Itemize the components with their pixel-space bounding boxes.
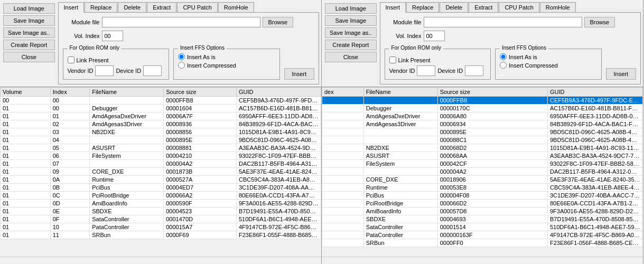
- left-browse-button[interactable]: Browse: [263, 17, 294, 27]
- table-row[interactable]: 01 04 0000895E 9BD5C81D-096C-4625-A08B-4…: [1, 136, 321, 144]
- table-row[interactable]: AmdAgesaDxeDriver 00006A80 6950AFFF-6EE3…: [322, 112, 643, 120]
- left-save-image-as-button[interactable]: Save Image as..: [3, 27, 55, 38]
- right-insert-button[interactable]: Insert: [606, 68, 637, 80]
- table-row[interactable]: 000004A2 DAC2B117-B5FB-4964-A312-0DCC770…: [322, 168, 643, 176]
- cell-filename: AmdAgesas3Driver: [363, 120, 437, 128]
- table-row[interactable]: 01 11 SRBun 0000F69 F23E86F1-055F-4888-B…: [1, 231, 321, 239]
- right-insert-compressed-radio[interactable]: [500, 62, 507, 69]
- right-table-container[interactable]: dex FileName Source size GUID 0000FFB8 C…: [322, 87, 643, 257]
- table-row[interactable]: 01 0F SataController 0001470D 510DF6A1-B…: [1, 215, 321, 223]
- table-row[interactable]: 01 10 PataController 000015A7 4F9147CB-9…: [1, 223, 321, 231]
- right-scrollbar[interactable]: [322, 257, 643, 264]
- left-tab-replace[interactable]: Replace: [85, 2, 117, 12]
- left-create-report-button[interactable]: Create Report: [3, 40, 55, 50]
- cell-index: 09: [50, 168, 89, 176]
- cell-filename: CORE_DXE: [363, 176, 437, 184]
- right-tab-delete[interactable]: Delete: [440, 2, 468, 12]
- left-link-present-checkbox[interactable]: [68, 56, 74, 63]
- right-device-input[interactable]: [465, 65, 483, 76]
- table-row[interactable]: SRBun 0000FF0 F23E86F1-056F-4888-B685-CE…: [322, 239, 643, 247]
- table-row[interactable]: 000088C1 9BD5C81D-096C-4625-A08B-405F78F…: [322, 136, 643, 144]
- table-row[interactable]: 01 02 AmdAgesas3Driver 00008936 84B38929…: [1, 120, 321, 128]
- table-row[interactable]: PataController 000000163F 4F9147CB-972E-…: [322, 231, 643, 239]
- table-row[interactable]: 01 03 NB2DXE 00008856 1015D81A-E9B1-4A91…: [1, 128, 321, 136]
- table-row[interactable]: 0000895E 9BD5C81D-096C-4625-A08B-405F78F…: [322, 128, 643, 136]
- right-link-present-checkbox[interactable]: [389, 56, 396, 63]
- table-row[interactable]: AmiBoardInfo 000057D8 9F3A0016-AE55-4288…: [322, 208, 643, 215]
- right-insert-as-is-radio[interactable]: [500, 53, 507, 60]
- table-row[interactable]: 01 07 000004A2 DAC2B117-B5FB-4964-A312-0…: [1, 160, 321, 168]
- right-vendor-input[interactable]: [417, 65, 435, 76]
- left-insert-as-is-radio[interactable]: [178, 53, 185, 60]
- table-row[interactable]: AmdAgesas3Driver 00006934 84B38929-6F1D-…: [322, 120, 643, 128]
- left-tab-delete[interactable]: Delete: [118, 2, 146, 12]
- right-vol-input[interactable]: [424, 31, 445, 41]
- cell-guid: 9F3A0016-AE55-4288-829D-D22FD344C347: [548, 208, 643, 215]
- cell-guid: 80E66E0A-CCD1-43FA-A7B1-2D5EE...: [237, 192, 321, 200]
- table-row[interactable]: PciRootBridge 000066D2 80E66E0A-CCD1-43F…: [322, 200, 643, 208]
- cell-guid: 84B38929-6F1D-4ACA-BAC1-F410CCBC3DF8: [548, 120, 643, 128]
- table-row[interactable]: CORE_DXE 00018906 5AE3F37E-4EAE-41AE-824…: [322, 176, 643, 184]
- table-row[interactable]: 01 0E SBDXE 00004523 B7D19491-E55A-470D-…: [1, 208, 321, 215]
- right-tab-insert[interactable]: Insert: [380, 2, 406, 13]
- table-row[interactable]: 01 06 FileSystem 00004210 93022F8C-1F09-…: [1, 152, 321, 160]
- cell-filename: NB2DXE: [90, 128, 164, 136]
- right-load-image-button[interactable]: Load Image: [325, 3, 377, 14]
- table-row[interactable]: PciBus 000004F08 3C1DE39F-D207-40BA-AACC…: [322, 192, 643, 200]
- left-tab-cpu-patch[interactable]: CPU Patch: [177, 2, 217, 12]
- table-row[interactable]: NB2DXE 000068D2 1015D81A-E9B1-4A91-8C93-…: [322, 144, 643, 152]
- cell-filename: FileSystem: [363, 160, 437, 168]
- left-tab-extract[interactable]: Extract: [147, 2, 176, 12]
- right-tab-cpu-patch[interactable]: CPU Patch: [499, 2, 539, 12]
- left-insert-compressed-radio[interactable]: [178, 62, 185, 69]
- table-row[interactable]: Debugger 00000170C AC157B6D-E16D-481B-B8…: [322, 105, 643, 112]
- right-tab-replace[interactable]: Replace: [406, 2, 439, 12]
- left-scrollbar[interactable]: [0, 257, 321, 264]
- table-row[interactable]: 01 05 ASUSRT 00008881 A3EAAB3C-BA3A-4524…: [1, 144, 321, 152]
- cell-source-size: 00006A7F: [164, 112, 237, 120]
- left-tab-romhole[interactable]: RomHole: [218, 2, 254, 12]
- right-create-report-button[interactable]: Create Report: [325, 40, 377, 50]
- table-row[interactable]: Runtime 000053E8 CBC59C4A-383A-41EB-A8EE…: [322, 184, 643, 192]
- left-col-source-size: Source size: [164, 88, 237, 97]
- right-save-image-button[interactable]: Save Image: [325, 15, 377, 26]
- left-close-button[interactable]: Close: [3, 52, 55, 62]
- cell-guid: 3C1DE39F-D207-40BA-AACC-731CFB7F1DD7: [548, 192, 643, 200]
- cell-source-size: 000042CF: [437, 160, 547, 168]
- right-tab-extract[interactable]: Extract: [469, 2, 498, 12]
- cell-source-size: 000068D2: [437, 144, 547, 152]
- table-row[interactable]: ASUSRT 000068AA A3EAAB3C-BA3A-4524-9DC7-…: [322, 152, 643, 160]
- right-tab-romhole[interactable]: RomHole: [540, 2, 576, 12]
- left-tab-insert[interactable]: Insert: [58, 2, 85, 13]
- cell-volume: 01: [1, 168, 51, 176]
- left-load-image-button[interactable]: Load Image: [3, 3, 55, 14]
- left-table-container[interactable]: Volume Index FileName Source size GUID 0…: [0, 87, 321, 257]
- table-row[interactable]: 01 01 AmdAgesaDxeDriver 00006A7F 6950AFF…: [1, 112, 321, 120]
- left-device-label: Device ID: [116, 68, 141, 74]
- cell-guid: 4F9147CB-972E-4F5C-B869-A0218...: [237, 223, 321, 231]
- left-insert-button[interactable]: Insert: [284, 68, 315, 80]
- cell-guid: 510DF6A1-B6C1-4948-AEE7-59F22...: [237, 215, 321, 223]
- table-row[interactable]: 01 09 CORE_DXE 0001873B 5AE3F37E-4EAE-41…: [1, 168, 321, 176]
- table-row[interactable]: 01 00 Debugger 00001604 AC157B6D-E16D-48…: [1, 105, 321, 112]
- left-module-input[interactable]: [102, 17, 260, 27]
- right-insert-ffs-group: Insert FFS Options Insert As is Insert C…: [495, 49, 602, 80]
- cell-filename: AmiBoardInfo: [90, 200, 164, 208]
- right-close-button[interactable]: Close: [325, 52, 377, 62]
- left-vol-input[interactable]: [102, 31, 123, 41]
- left-save-image-button[interactable]: Save Image: [3, 15, 55, 26]
- left-device-input[interactable]: [143, 65, 162, 76]
- table-row[interactable]: SataController 00001514 510DF6A1-B6C1-49…: [322, 223, 643, 231]
- table-row[interactable]: SBDXE 00004693 B7D19491-E55A-470D-8508-8…: [322, 215, 643, 223]
- table-row[interactable]: 01 0C PciRootBridge 000066A2 80E66E0A-CC…: [1, 192, 321, 200]
- table-row[interactable]: FileSystem 000042CF 93022F8C-1F09-47EF-B…: [322, 160, 643, 168]
- right-module-input[interactable]: [424, 17, 582, 27]
- table-row[interactable]: 01 0B PciBus 00004ED7 3C1DE39F-D207-408A…: [1, 184, 321, 192]
- right-browse-button[interactable]: Browse: [584, 17, 615, 27]
- left-vendor-input[interactable]: [95, 65, 114, 76]
- table-row[interactable]: 00 00 0000FFB8 CEF5B9A3-476D-497F-9FDC-E…: [1, 97, 321, 105]
- right-save-image-as-button[interactable]: Save Image as..: [325, 27, 377, 38]
- table-row[interactable]: 01 0A Runtime 0000527A CBC59C4A-383A-41E…: [1, 176, 321, 184]
- table-row[interactable]: 01 0D AmiBoardInfo 0000590F 9F3A0016-AE5…: [1, 200, 321, 208]
- table-row[interactable]: 0000FFB8 CEF5B9A3-476D-497F-9FDC-E98143E…: [322, 97, 643, 105]
